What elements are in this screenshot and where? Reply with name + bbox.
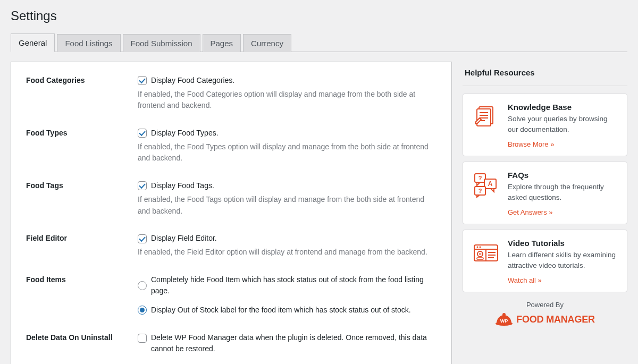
option-desc: If enabled, the Food Types option will d… [138,141,436,164]
setting-delete-data: Delete Data On Uninstall Delete WP Food … [26,332,436,357]
option-desc: If enabled, the Field Editor option will… [138,247,436,258]
checkbox-field-editor[interactable] [138,234,147,243]
resource-link-get-answers[interactable]: Get Answers » [508,208,553,216]
resource-knowledge-base: Knowledge Base Solve your queries by bro… [463,94,627,156]
setting-label: Field Editor [26,233,138,242]
video-icon [472,239,500,267]
resource-desc: Solve your queries by browsing our docum… [508,114,618,134]
page-title: Settings [11,9,627,23]
document-icon [472,103,500,131]
setting-label: Delete Data On Uninstall [26,332,138,342]
faq-icon: ? A ? [472,171,500,199]
setting-label: Food Categories [26,75,138,84]
option-text: Display Out of Stock label for the food … [151,304,411,316]
resource-title: Knowledge Base [508,103,618,112]
tab-pages[interactable]: Pages [203,34,241,52]
brand-text: FOOD MANAGER [516,314,595,325]
resource-link-browse-more[interactable]: Browse More » [508,140,554,148]
option-text: Completely hide Food Item which has stoc… [151,274,436,297]
svg-point-14 [477,247,478,248]
tabs: General Food Listings Food Submission Pa… [11,33,627,52]
option-text: Display Food Categories. [151,75,234,87]
svg-text:WP: WP [500,318,508,324]
option-desc: If enabled, the Food Tags option will di… [138,194,436,217]
svg-point-23 [502,313,506,316]
svg-point-15 [480,247,481,248]
resource-title: Video Tutorials [508,239,618,248]
powered-by: Powered By WP FOOD MANAGER [463,301,627,327]
sidebar-title: Helpful Resources [463,62,627,86]
tab-currency[interactable]: Currency [243,34,291,52]
option-desc: If enabled, the Food Categories option w… [138,89,436,112]
option-text: Display Food Types. [151,128,219,139]
checkbox-food-types[interactable] [138,129,147,138]
svg-text:?: ? [478,188,482,194]
setting-food-types: Food Types Display Food Types. If enable… [26,128,436,164]
radio-food-items-hide[interactable] [138,281,147,290]
tab-food-submission[interactable]: Food Submission [123,34,200,52]
setting-food-items: Food Items Completely hide Food Item whi… [26,274,436,316]
option-text: Display Field Editor. [151,233,217,244]
brand-logo: WP FOOD MANAGER [463,312,627,327]
setting-label: Food Items [26,274,138,284]
svg-text:A: A [488,180,493,188]
checkbox-food-categories[interactable] [138,76,147,85]
tab-food-listings[interactable]: Food Listings [57,34,120,52]
setting-food-categories: Food Categories Display Food Categories.… [26,75,436,112]
sidebar: Helpful Resources Knowledge Base Solve y… [463,62,627,327]
svg-text:?: ? [478,175,482,181]
checkbox-food-tags[interactable] [138,181,147,190]
option-text: Delete WP Food Manager data when the plu… [151,332,436,355]
radio-food-items-label[interactable] [138,306,147,315]
setting-label: Food Tags [26,180,138,190]
resource-faqs: ? A ? FAQs Explore through the frequentl… [463,162,627,224]
powered-by-label: Powered By [463,301,627,309]
resource-link-watch-all[interactable]: Watch all » [508,276,542,284]
resource-desc: Learn different skills by examining attr… [508,250,618,270]
svg-rect-18 [477,258,483,259]
resource-video-tutorials: Video Tutorials Learn different skills b… [463,230,627,292]
resource-desc: Explore through the frequently asked que… [508,182,618,202]
resource-title: FAQs [508,171,618,180]
cloche-icon: WP [495,312,513,327]
setting-label: Food Types [26,128,138,137]
setting-field-editor: Field Editor Display Field Editor. If en… [26,233,436,258]
tab-general[interactable]: General [11,33,55,52]
main-settings-panel: Food Categories Display Food Categories.… [11,62,452,364]
setting-food-tags: Food Tags Display Food Tags. If enabled,… [26,180,436,217]
option-text: Display Food Tags. [151,180,214,192]
checkbox-delete-data[interactable] [138,334,147,343]
